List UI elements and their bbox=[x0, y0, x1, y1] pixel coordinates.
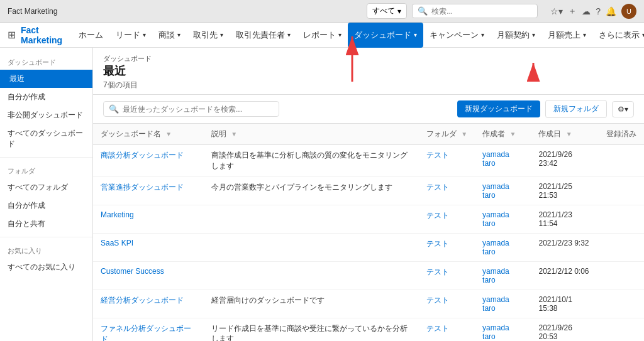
dashboard-link-5[interactable]: 経営分析ダッシュボード bbox=[101, 296, 184, 305]
cell-name-5: 経営分析ダッシュボード bbox=[93, 290, 204, 318]
new-folder-button[interactable]: 新規フォルダ bbox=[545, 100, 607, 118]
chevron-down-icon: ▾ bbox=[583, 31, 586, 38]
col-header-author[interactable]: 作成者 ▼ bbox=[475, 124, 531, 145]
nav-item-dashboard[interactable]: ダッシュボード ▾ bbox=[348, 23, 423, 48]
search-filter-select[interactable]: すべて ▾ bbox=[367, 3, 407, 19]
sidebar-item-recent[interactable]: 最近 bbox=[0, 70, 92, 88]
nav-logo[interactable]: Fact Marketing bbox=[21, 25, 62, 45]
browser-icon-group: ☆▾ ＋ ☁ ? 🔔 U bbox=[550, 4, 636, 19]
author-link-2[interactable]: yamada taro bbox=[482, 210, 509, 228]
sidebar-item-all-folders[interactable]: すべてのフォルダ bbox=[0, 178, 92, 197]
sidebar-item-private[interactable]: 非公開ダッシュボード bbox=[0, 106, 92, 124]
dashboard-link-2[interactable]: Marketing bbox=[101, 210, 134, 219]
sort-icon: ▼ bbox=[231, 131, 237, 138]
dashboard-link-1[interactable]: 営業進捗ダッシュボード bbox=[101, 183, 184, 192]
nav-item-more[interactable]: さらに表示 ▾ bbox=[592, 23, 644, 48]
main-panel: ダッシュボード 最近 7個の項目 🔍 新規ダッシュボード 新規フォルダ ⚙▾ bbox=[93, 48, 644, 341]
author-link-5[interactable]: yamada taro bbox=[482, 295, 509, 313]
cell-folder-3: テスト bbox=[419, 233, 475, 261]
table-row: SaaS KPI テスト yamada taro 2021/2/23 9:32 bbox=[93, 233, 644, 261]
new-dashboard-button[interactable]: 新規ダッシュボード bbox=[457, 100, 540, 117]
help-icon[interactable]: ? bbox=[596, 6, 601, 16]
sidebar-item-all-dashboards[interactable]: すべてのダッシュボード bbox=[0, 124, 92, 153]
cell-name-4: Customer Success bbox=[93, 261, 204, 290]
cell-folder-5: テスト bbox=[419, 290, 475, 318]
cell-registered-5 bbox=[599, 290, 644, 318]
col-header-description[interactable]: 説明 ▼ bbox=[204, 124, 419, 145]
cell-registered-2 bbox=[599, 205, 644, 233]
folder-link-6[interactable]: テスト bbox=[426, 324, 449, 333]
dashboard-link-6[interactable]: ファネル分析ダッシュボード bbox=[101, 324, 191, 341]
sidebar-divider-2 bbox=[0, 237, 92, 237]
grid-icon[interactable]: ⊞ bbox=[8, 29, 16, 41]
col-header-folder[interactable]: フォルダ ▼ bbox=[419, 124, 475, 145]
dashboard-search-box[interactable]: 🔍 bbox=[103, 101, 279, 117]
nav-item-contacts[interactable]: 取引先責任者 ▾ bbox=[230, 23, 297, 48]
cell-date-2: 2021/1/23 11:54 bbox=[531, 205, 598, 233]
cloud-icon[interactable]: ☁ bbox=[582, 6, 591, 16]
cell-description-3 bbox=[204, 233, 419, 261]
sidebar-item-created-by-me[interactable]: 自分が作成 bbox=[0, 88, 92, 106]
folder-link-3[interactable]: テスト bbox=[426, 239, 449, 248]
cell-name-1: 営業進捗ダッシュボード bbox=[93, 176, 204, 205]
chevron-down-icon: ▾ bbox=[338, 31, 341, 38]
folder-link-1[interactable]: テスト bbox=[426, 183, 449, 192]
cell-registered-6 bbox=[599, 318, 644, 341]
dashboard-link-3[interactable]: SaaS KPI bbox=[101, 239, 133, 247]
avatar[interactable]: U bbox=[621, 4, 636, 19]
sidebar-section-folder: フォルダ bbox=[0, 161, 92, 178]
dashboard-link-0[interactable]: 商談分析ダッシュボード bbox=[101, 151, 184, 160]
sort-icon: ▼ bbox=[165, 131, 172, 138]
author-link-1[interactable]: yamada taro bbox=[482, 182, 509, 200]
col-header-date[interactable]: 作成日 ▼ bbox=[531, 124, 598, 145]
cell-date-3: 2021/2/23 9:32 bbox=[531, 233, 598, 261]
sidebar-item-shared-folders[interactable]: 自分と共有 bbox=[0, 215, 92, 233]
add-icon[interactable]: ＋ bbox=[568, 6, 577, 17]
main-header: ダッシュボード 最近 7個の項目 bbox=[93, 48, 644, 95]
cell-author-2: yamada taro bbox=[475, 205, 531, 233]
nav-item-campaigns[interactable]: キャンペーン ▾ bbox=[423, 23, 491, 48]
cell-name-3: SaaS KPI bbox=[93, 233, 204, 261]
table-row: Customer Success テスト yamada taro 2021/2/… bbox=[93, 261, 644, 290]
cell-date-5: 2021/10/1 15:38 bbox=[531, 290, 598, 318]
sort-icon: ▼ bbox=[509, 131, 516, 138]
author-link-6[interactable]: yamada taro bbox=[482, 323, 509, 341]
chevron-down-icon: ▾ bbox=[532, 31, 535, 38]
table-row: ファネル分析ダッシュボード リード作成日を基準に商談や受注に繋がっているかを分析… bbox=[93, 318, 644, 341]
nav-item-monthly-contract[interactable]: 月額契約 ▾ bbox=[491, 23, 541, 48]
star-icon[interactable]: ☆▾ bbox=[550, 6, 563, 16]
nav-item-home[interactable]: ホーム bbox=[72, 23, 109, 48]
nav-item-monthly-sales[interactable]: 月額売上 ▾ bbox=[541, 23, 592, 48]
author-link-3[interactable]: yamada taro bbox=[482, 239, 509, 256]
folder-link-4[interactable]: テスト bbox=[426, 268, 449, 276]
toolbar: 🔍 新規ダッシュボード 新規フォルダ ⚙▾ bbox=[93, 95, 644, 124]
cell-description-2 bbox=[204, 205, 419, 233]
global-search-input[interactable] bbox=[431, 7, 532, 16]
nav-item-leads[interactable]: リード ▾ bbox=[109, 23, 152, 48]
cell-description-0: 商談作成日を基準に分析し商談の質の変化をモニタリングします bbox=[204, 145, 419, 177]
cell-description-4 bbox=[204, 261, 419, 290]
bell-icon[interactable]: 🔔 bbox=[606, 6, 616, 16]
sidebar-divider-1 bbox=[0, 157, 92, 158]
global-search-box[interactable]: 🔍 bbox=[412, 4, 538, 18]
folder-link-2[interactable]: テスト bbox=[426, 211, 449, 220]
col-header-name[interactable]: ダッシュボード名 ▼ bbox=[93, 124, 204, 145]
nav-item-accounts[interactable]: 取引先 ▾ bbox=[187, 23, 230, 48]
dashboard-search-input[interactable] bbox=[123, 105, 274, 114]
search-filter-label: すべて bbox=[372, 6, 395, 16]
folder-link-0[interactable]: テスト bbox=[426, 151, 449, 160]
nav-item-reports[interactable]: レポート ▾ bbox=[297, 23, 348, 48]
cell-name-6: ファネル分析ダッシュボード bbox=[93, 318, 204, 341]
settings-button[interactable]: ⚙▾ bbox=[612, 101, 634, 117]
page-title: 最近 bbox=[103, 63, 634, 78]
folder-link-5[interactable]: テスト bbox=[426, 296, 449, 305]
item-count: 7個の項目 bbox=[103, 80, 634, 90]
nav-item-deals[interactable]: 商談 ▾ bbox=[152, 23, 187, 48]
author-link-4[interactable]: yamada taro bbox=[482, 267, 509, 284]
sidebar-item-all-favorites[interactable]: すべてのお気に入り bbox=[0, 258, 92, 276]
table-row: 経営分析ダッシュボード 経営層向けのダッシュボードです テスト yamada t… bbox=[93, 290, 644, 318]
table-row: Marketing テスト yamada taro 2021/1/23 11:5… bbox=[93, 205, 644, 233]
sidebar-item-my-folders[interactable]: 自分が作成 bbox=[0, 197, 92, 215]
dashboard-link-4[interactable]: Customer Success bbox=[101, 267, 164, 276]
author-link-0[interactable]: yamada taro bbox=[482, 150, 509, 168]
